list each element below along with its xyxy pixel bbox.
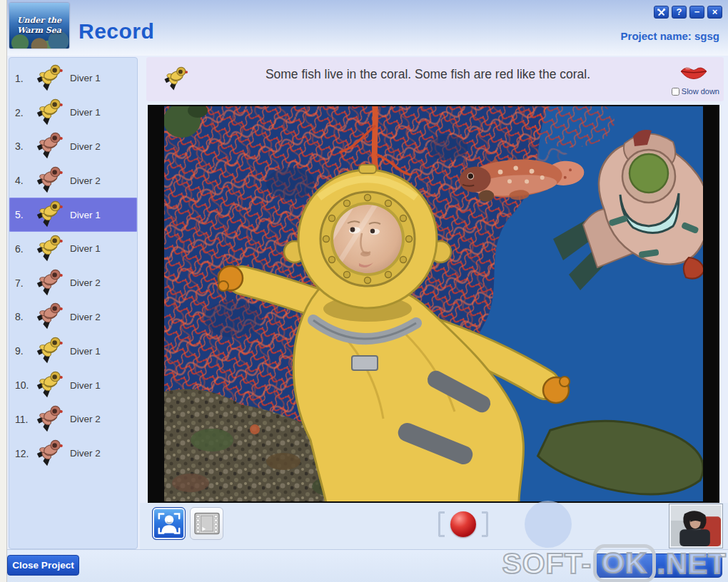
diver-icon xyxy=(34,165,64,195)
sidebar-item-number: 7. xyxy=(15,277,34,289)
minimize-button[interactable]: − xyxy=(689,6,704,19)
subtitle-diver-icon-wrap xyxy=(162,63,189,96)
diver-icon xyxy=(34,336,64,366)
diver-icon xyxy=(34,200,64,230)
tools-icon xyxy=(657,8,666,17)
sidebar-item-number: 1. xyxy=(15,73,34,84)
sidebar-item[interactable]: 8. Diver 2 xyxy=(9,300,137,335)
slow-down-label: Slow down xyxy=(682,87,719,96)
play-button-disabled xyxy=(525,501,572,548)
diver-icon xyxy=(34,268,64,298)
sidebar-item[interactable]: 7. Diver 2 xyxy=(9,266,137,300)
project-name: Project name: sgsg xyxy=(621,30,719,42)
takes-sidebar: 1. Diver 1 2. Diver 1 3. xyxy=(9,57,138,549)
diver-icon xyxy=(34,98,64,128)
diver-icon xyxy=(34,370,64,400)
sidebar-item-number: 4. xyxy=(15,175,34,186)
sidebar-item-number: 5. xyxy=(15,209,34,220)
lips-icon xyxy=(679,64,708,80)
app-logo: Under the Warm Sea xyxy=(9,3,69,48)
logo-text-line1: Under the xyxy=(17,16,61,26)
diver-icon xyxy=(162,63,189,96)
watermark-part2: OK xyxy=(593,544,656,582)
sidebar-item-label: Diver 2 xyxy=(70,414,101,424)
close-button[interactable]: × xyxy=(707,6,722,19)
diver-icon xyxy=(34,439,64,469)
subtitle-sentence: Some fish live in the coral. Some fish a… xyxy=(196,57,659,91)
sidebar-item-label: Diver 2 xyxy=(70,312,101,322)
record-button[interactable] xyxy=(433,509,494,540)
subtitle-bar: Some fish live in the coral. Some fish a… xyxy=(146,57,724,101)
sidebar-item[interactable]: 12. Diver 2 xyxy=(9,436,137,471)
soft-ok-net-watermark: SOFT- OK .NET xyxy=(502,545,727,582)
logo-text-line2: Warm Sea xyxy=(17,26,61,36)
movie-mode-button[interactable] xyxy=(190,507,223,540)
record-bracket-left xyxy=(438,511,445,537)
slow-down-checkbox[interactable] xyxy=(672,88,679,96)
page-title: Record xyxy=(79,19,154,44)
sidebar-item[interactable]: 9. Diver 1 xyxy=(9,334,137,368)
sidebar-item-label: Diver 1 xyxy=(70,107,101,118)
sidebar-item-number: 3. xyxy=(15,141,34,152)
sidebar-item-number: 8. xyxy=(15,311,34,322)
diver-icon xyxy=(34,63,64,93)
close-project-button[interactable]: Close Project xyxy=(7,555,79,576)
sidebar-item[interactable]: 5. Diver 1 xyxy=(9,198,137,232)
diver-icon xyxy=(34,234,64,264)
help-button[interactable]: ? xyxy=(672,6,687,19)
sidebar-item-number: 12. xyxy=(15,448,34,459)
sidebar-item-label: Diver 1 xyxy=(70,346,101,357)
diver-icon xyxy=(34,404,64,434)
sidebar-item-label: Diver 2 xyxy=(70,175,101,186)
sidebar-item-label: Diver 2 xyxy=(70,448,101,459)
sidebar-item[interactable]: 11. Diver 2 xyxy=(9,402,137,436)
sidebar-item-label: Diver 2 xyxy=(70,277,101,288)
sidebar-item[interactable]: 4. Diver 2 xyxy=(9,163,137,198)
sidebar-item[interactable]: 10. Diver 1 xyxy=(9,368,137,402)
sidebar-item-label: Diver 1 xyxy=(70,73,101,83)
sidebar-item-label: Diver 2 xyxy=(70,141,101,152)
record-red-dot xyxy=(450,511,476,537)
sidebar-item[interactable]: 3. Diver 2 xyxy=(9,130,137,164)
person-icon xyxy=(157,511,181,536)
sidebar-item-label: Diver 1 xyxy=(70,210,101,220)
window-edge-strip xyxy=(0,0,7,582)
watermark-part3: .NET xyxy=(657,547,727,581)
stage-scene xyxy=(148,105,719,503)
underwater-scene xyxy=(148,105,719,503)
sidebar-item-number: 6. xyxy=(15,243,34,255)
sidebar-item-number: 2. xyxy=(15,107,34,118)
watermark-part1: SOFT- xyxy=(502,547,592,581)
webcam-video xyxy=(671,506,721,546)
avatar-mode-button[interactable] xyxy=(152,507,186,540)
tools-button[interactable] xyxy=(654,6,669,19)
sidebar-item-number: 10. xyxy=(15,379,34,391)
diver-icon xyxy=(34,302,64,332)
record-bracket-right xyxy=(482,511,488,537)
sidebar-item-number: 11. xyxy=(15,414,34,425)
sidebar-item[interactable]: 6. Diver 1 xyxy=(9,232,137,266)
sidebar-item-label: Diver 1 xyxy=(70,243,101,254)
sidebar-item[interactable]: 1. Diver 1 xyxy=(9,61,137,96)
sidebar-item[interactable]: 2. Diver 1 xyxy=(9,96,137,130)
webcam-preview xyxy=(669,504,722,548)
window-controls: ? − × xyxy=(654,6,722,19)
diver-icon xyxy=(34,131,64,161)
film-strip-icon xyxy=(194,512,220,535)
sidebar-item-number: 9. xyxy=(15,345,34,357)
slow-down-control: Slow down xyxy=(672,87,719,96)
sidebar-item-label: Diver 1 xyxy=(70,380,101,391)
